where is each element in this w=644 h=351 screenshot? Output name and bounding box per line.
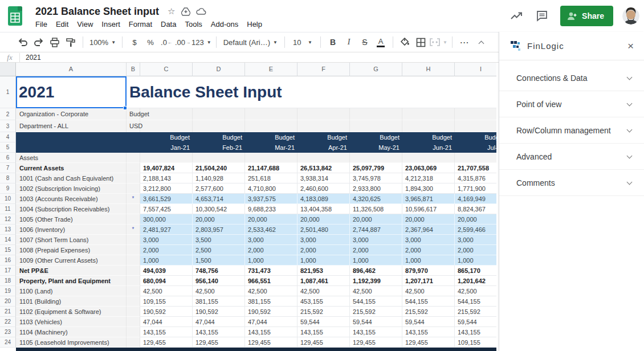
cell[interactable] <box>127 327 140 337</box>
value-cell[interactable]: 143,155 <box>297 327 350 337</box>
value-cell[interactable]: 129,455 <box>297 337 350 348</box>
value-cell[interactable]: 129,455 <box>402 337 455 348</box>
cell[interactable] <box>402 108 455 120</box>
band-cell[interactable]: Budget <box>402 132 455 142</box>
value-cell[interactable]: 2,000 <box>140 245 193 255</box>
cell[interactable] <box>127 173 140 183</box>
input-cell-flag-icon[interactable]: * <box>127 225 140 235</box>
comment-icon[interactable] <box>536 10 548 22</box>
value-cell[interactable]: 821,953 <box>297 266 350 276</box>
value-cell[interactable]: 42,500 <box>402 286 455 296</box>
cell[interactable] <box>127 245 140 255</box>
value-cell[interactable]: 3,938,314 <box>297 173 350 183</box>
account-label-cell[interactable]: Property, Plant and Equipment <box>16 276 127 286</box>
value-cell[interactable]: 2,460,600 <box>297 183 350 194</box>
sidebar-section-comments[interactable]: Comments <box>499 170 644 196</box>
cell[interactable] <box>127 235 140 245</box>
value-cell[interactable]: 731,473 <box>245 266 297 276</box>
column-header-C[interactable]: C <box>140 63 193 76</box>
value-cell[interactable]: 20,000 <box>455 214 496 225</box>
value-cell[interactable]: 956,140 <box>193 276 245 286</box>
cell-b1-banner[interactable]: Balance Sheet Input <box>127 76 496 108</box>
value-cell[interactable]: 42,500 <box>297 286 350 296</box>
value-cell[interactable]: 20,000 <box>245 214 297 225</box>
account-label-cell[interactable]: 1003 (Accounts Receivable) <box>16 194 127 204</box>
value-cell[interactable]: 2,367,964 <box>402 225 455 235</box>
bold-button[interactable]: B <box>325 35 340 49</box>
value-cell[interactable]: 143,155 <box>402 327 455 337</box>
cell[interactable] <box>127 214 140 225</box>
cell[interactable] <box>193 153 245 163</box>
value-cell[interactable]: 1,771,900 <box>455 183 496 194</box>
menu-format[interactable]: Format <box>129 20 152 28</box>
column-header-F[interactable]: F <box>297 63 350 76</box>
value-cell[interactable]: 865,170 <box>455 266 496 276</box>
value-cell[interactable]: 4,710,800 <box>245 183 297 194</box>
row-header-24[interactable]: 24 <box>0 337 16 348</box>
value-cell[interactable]: 20,000 <box>402 214 455 225</box>
value-cell[interactable]: 190,592 <box>140 307 193 317</box>
row-header-20[interactable]: 20 <box>0 296 16 307</box>
meta-label-cell[interactable]: Organization - Corporate <box>16 108 127 120</box>
cell[interactable] <box>127 153 140 163</box>
value-cell[interactable]: 129,455 <box>193 337 245 348</box>
value-cell[interactable]: 4,653,714 <box>193 194 245 204</box>
value-cell[interactable]: 3,500 <box>193 235 245 245</box>
cell[interactable] <box>297 120 350 132</box>
paint-format-button[interactable] <box>63 35 78 49</box>
account-label-cell[interactable]: 1005 (Other Trade) <box>16 214 127 225</box>
merge-cells-button[interactable]: ▼ <box>430 35 447 49</box>
cell[interactable] <box>245 120 297 132</box>
borders-button[interactable] <box>414 35 429 49</box>
column-header-D[interactable]: D <box>193 63 245 76</box>
cell[interactable] <box>350 120 402 132</box>
menu-file[interactable]: File <box>35 20 47 28</box>
sidebar-section-point-of-view[interactable]: Point of view <box>499 91 644 117</box>
value-cell[interactable]: 1,000 <box>245 255 297 266</box>
sidebar-section-advanced[interactable]: Advanced <box>499 144 644 170</box>
value-cell[interactable]: 381,155 <box>245 296 297 307</box>
column-header-B[interactable]: B <box>127 63 140 76</box>
cell[interactable] <box>140 153 193 163</box>
row-header-23[interactable]: 23 <box>0 327 16 337</box>
value-cell[interactable]: 9,688,233 <box>245 204 297 214</box>
menu-insert[interactable]: Insert <box>101 20 120 28</box>
row-header-7[interactable]: 7 <box>0 163 16 173</box>
strikethrough-button[interactable]: S <box>357 35 372 49</box>
text-color-button[interactable]: A <box>373 35 388 49</box>
value-cell[interactable]: 2,933,800 <box>350 183 402 194</box>
row-header-10[interactable]: 10 <box>0 194 16 204</box>
value-cell[interactable]: 300,000 <box>140 214 193 225</box>
value-cell[interactable]: 129,455 <box>350 337 402 348</box>
value-cell[interactable]: 1,087,461 <box>297 276 350 286</box>
value-cell[interactable]: 190,592 <box>245 307 297 317</box>
value-cell[interactable]: 20,000 <box>193 214 245 225</box>
value-cell[interactable]: 10,300,542 <box>193 204 245 214</box>
band-cell[interactable]: Jan-21 <box>140 142 193 153</box>
value-cell[interactable]: 21,707,558 <box>455 163 496 173</box>
cell[interactable] <box>455 153 496 163</box>
account-label-cell[interactable]: 1006 (Inventory) <box>16 225 127 235</box>
column-header-E[interactable]: E <box>245 63 297 76</box>
value-cell[interactable]: 42,500 <box>245 286 297 296</box>
value-cell[interactable]: 10,596,617 <box>402 204 455 214</box>
redo-button[interactable] <box>31 35 46 49</box>
value-cell[interactable]: 215,592 <box>297 307 350 317</box>
value-cell[interactable]: 2,000 <box>297 245 350 255</box>
value-cell[interactable]: 2,533,462 <box>245 225 297 235</box>
menu-addons[interactable]: Add-ons <box>211 20 238 28</box>
print-button[interactable] <box>47 35 62 49</box>
value-cell[interactable]: 4,320,625 <box>350 194 402 204</box>
cell-a1-selected[interactable]: 2021 <box>16 76 127 108</box>
row-header-17[interactable]: 17 <box>0 266 16 276</box>
value-cell[interactable]: 3,000 <box>455 235 496 245</box>
cell[interactable] <box>127 296 140 307</box>
value-cell[interactable]: 21,504,240 <box>193 163 245 173</box>
value-cell[interactable]: 143,155 <box>245 327 297 337</box>
sidebar-section-connections-data[interactable]: Connections & Data <box>499 65 644 91</box>
value-cell[interactable]: 1,000 <box>402 255 455 266</box>
account-label-cell[interactable]: 1001 (Cash and Cash Equivalent) <box>16 173 127 183</box>
value-cell[interactable]: 20,000 <box>297 214 350 225</box>
account-label-cell[interactable]: 1102 (Equipment & Software) <box>16 307 127 317</box>
account-label-cell[interactable]: 1100 (Land) <box>16 286 127 296</box>
